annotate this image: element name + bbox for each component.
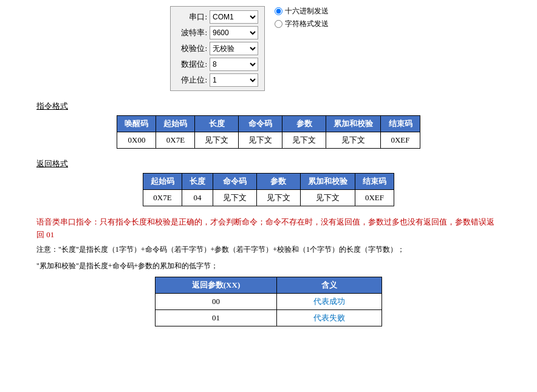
cmd-cell-end: 0XEF	[381, 132, 420, 149]
cmd-header-row: 唤醒码 起始码 长度 命令码 参数 累加和校验 结束码	[117, 116, 420, 132]
note-black-2: "累加和校验"是指长度+命令码+参数的累加和的低字节；	[36, 260, 501, 272]
cmd-format-title: 指令格式	[36, 101, 525, 112]
baud-label: 波特率:	[177, 27, 207, 38]
send-format-group: 十六进制发送 字符格式发送	[275, 6, 329, 29]
return-cell-checksum: 见下文	[300, 190, 355, 206]
cmd-data-row: 0X00 0X7E 见下文 见下文 见下文 见下文 0XEF	[117, 132, 420, 149]
serial-label: 串口:	[177, 12, 207, 22]
return-params-header-param: 返回参数(XX)	[155, 277, 276, 293]
return-format-title: 返回格式	[36, 158, 525, 169]
data-row: 数据位: 8	[177, 58, 258, 71]
parity-label: 校验位:	[177, 43, 207, 54]
stop-row: 停止位: 1	[177, 73, 258, 87]
return-header-param: 参数	[256, 174, 300, 190]
cmd-cell-cmdcode: 见下文	[239, 132, 282, 149]
return-params-cell-01: 01	[155, 309, 276, 326]
note-black-1: 注意："长度"是指长度（1字节）+命令码（若干字节）+参数（若干字节）+校验和（…	[36, 244, 501, 255]
data-select[interactable]: 8	[210, 58, 258, 71]
return-header-row: 起始码 长度 命令码 参数 累加和校验 结束码	[143, 174, 394, 190]
hex-send-radio[interactable]: 十六进制发送	[275, 6, 329, 16]
return-header-end: 结束码	[355, 174, 394, 190]
char-send-radio[interactable]: 字符格式发送	[275, 19, 329, 29]
return-params-row-1: 00 代表成功	[155, 293, 381, 309]
return-header-checksum: 累加和校验	[300, 174, 355, 190]
return-cell-cmdcode: 见下文	[213, 190, 256, 206]
return-format-table: 起始码 长度 命令码 参数 累加和校验 结束码 0X7E 04 见下文 见下文 …	[143, 173, 394, 206]
note-red: 语音类串口指令：只有指令长度和校验是正确的，才会判断命令；命令不存在时，没有返回…	[36, 216, 501, 242]
stop-label: 停止位:	[177, 75, 207, 86]
serial-select[interactable]: COM1	[210, 10, 258, 24]
cmd-header-start: 起始码	[156, 116, 195, 132]
cmd-cell-param: 见下文	[282, 132, 326, 149]
char-send-input[interactable]	[275, 20, 282, 28]
return-header-start: 起始码	[143, 174, 182, 190]
return-cell-param: 见下文	[256, 190, 300, 206]
cmd-cell-length: 见下文	[195, 132, 239, 149]
hex-send-input[interactable]	[275, 7, 282, 15]
cmd-header-param: 参数	[282, 116, 326, 132]
return-cell-end: 0XEF	[355, 190, 394, 206]
return-cell-start: 0X7E	[143, 190, 182, 206]
config-panel: 串口: COM1 波特率: 9600 校验位: 无校验 数据位: 8 停止位:	[170, 6, 525, 91]
return-data-row: 0X7E 04 见下文 见下文 见下文 0XEF	[143, 190, 394, 206]
parity-select[interactable]: 无校验	[210, 42, 258, 55]
cmd-cell-wakeup: 0X00	[117, 132, 156, 149]
hex-send-label: 十六进制发送	[285, 6, 329, 16]
return-header-length: 长度	[182, 174, 213, 190]
cmd-cell-start: 0X7E	[156, 132, 195, 149]
return-params-cell-fail: 代表失败	[277, 309, 382, 326]
baud-select[interactable]: 9600	[210, 26, 258, 39]
cmd-header-length: 长度	[195, 116, 239, 132]
cmd-header-end: 结束码	[381, 116, 420, 132]
serial-row: 串口: COM1	[177, 10, 258, 24]
cmd-cell-checksum: 见下文	[326, 132, 381, 149]
cmd-header-cmdcode: 命令码	[239, 116, 282, 132]
char-send-label: 字符格式发送	[285, 19, 329, 29]
config-table: 串口: COM1 波特率: 9600 校验位: 无校验 数据位: 8 停止位:	[170, 6, 265, 91]
baud-row: 波特率: 9600	[177, 26, 258, 39]
return-header-cmdcode: 命令码	[213, 174, 256, 190]
return-params-table: 返回参数(XX) 含义 00 代表成功 01 代表失败	[155, 277, 382, 326]
return-params-header-meaning: 含义	[277, 277, 382, 293]
return-params-cell-00: 00	[155, 293, 276, 309]
cmd-header-wakeup: 唤醒码	[117, 116, 156, 132]
return-cell-length: 04	[182, 190, 213, 206]
parity-row: 校验位: 无校验	[177, 42, 258, 55]
stop-select[interactable]: 1	[210, 73, 258, 87]
data-label: 数据位:	[177, 59, 207, 70]
return-params-cell-success: 代表成功	[277, 293, 382, 309]
cmd-format-table: 唤醒码 起始码 长度 命令码 参数 累加和校验 结束码 0X00 0X7E 见下…	[117, 115, 420, 149]
cmd-header-checksum: 累加和校验	[326, 116, 381, 132]
return-params-row-2: 01 代表失败	[155, 309, 381, 326]
return-params-header-row: 返回参数(XX) 含义	[155, 277, 381, 293]
